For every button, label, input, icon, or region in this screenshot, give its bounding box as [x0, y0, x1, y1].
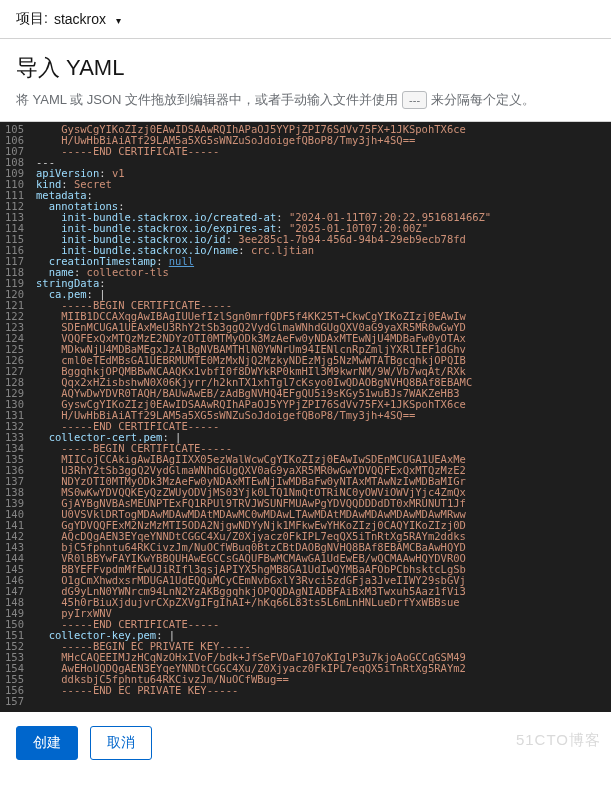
page-header: 导入 YAML 将 YAML 或 JSON 文件拖放到编辑器中，或者手动输入文件… — [0, 39, 611, 122]
project-bar: 项目: stackrox ▾ — [0, 0, 611, 39]
code-content[interactable]: GyswCgYIKoZIzj0EAwIDSAAwRQIhAPaOJ5YYPjZP… — [32, 122, 611, 709]
desc-suffix: 来分隔每个定义。 — [431, 91, 535, 109]
page-title: 导入 YAML — [16, 53, 595, 83]
cancel-button[interactable]: 取消 — [90, 726, 152, 760]
separator-hint: --- — [402, 91, 427, 109]
page-description: 将 YAML 或 JSON 文件拖放到编辑器中，或者手动输入文件并使用 --- … — [16, 91, 595, 109]
project-dropdown[interactable]: stackrox ▾ — [54, 11, 121, 27]
line-number-gutter: 1051061071081091101111121131141151161171… — [0, 122, 32, 709]
watermark: 51CTO博客 — [516, 731, 601, 750]
chevron-down-icon: ▾ — [116, 15, 121, 26]
project-value: stackrox — [54, 11, 106, 27]
desc-prefix: 将 YAML 或 JSON 文件拖放到编辑器中，或者手动输入文件并使用 — [16, 91, 398, 109]
create-button[interactable]: 创建 — [16, 726, 78, 760]
project-label: 项目: — [16, 10, 48, 28]
yaml-editor[interactable]: 1051061071081091101111121131141151161171… — [0, 122, 611, 712]
